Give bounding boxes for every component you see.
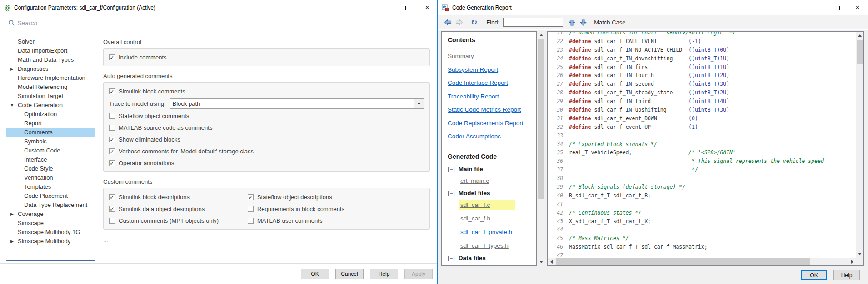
checkbox-matlab-source-code-as-comments[interactable]: [109, 125, 115, 131]
scroll-down-arrow[interactable]: [856, 250, 863, 258]
file-link-sdl-car-f-types-h[interactable]: sdl_car_f_types.h: [459, 241, 511, 251]
tree-item-interface[interactable]: Interface: [6, 155, 95, 164]
checkbox-stateflow-object-descriptions[interactable]: ✓: [248, 194, 254, 200]
tree-item-data-type-replacement[interactable]: Data Type Replacement: [6, 201, 95, 210]
window-title: Configuration Parameters: sdl_car_f/Conf…: [14, 5, 155, 11]
find-previous-button[interactable]: [569, 19, 575, 26]
file-link-sdl-car-f-h[interactable]: sdl_car_f.h: [459, 214, 493, 224]
scrollbar-thumb[interactable]: [857, 40, 863, 64]
tree-item-solver[interactable]: Solver: [6, 37, 95, 46]
collapse-expander-icon[interactable]: [−]: [448, 255, 455, 261]
scrollbar-thumb[interactable]: [556, 258, 810, 265]
checkbox-operator-annotations[interactable]: ✓: [109, 160, 115, 166]
back-button[interactable]: [444, 19, 452, 26]
contents-link-code-replacements-report[interactable]: Code Replacements Report: [448, 119, 524, 127]
minimize-button[interactable]: [808, 0, 828, 15]
tree-item-symbols[interactable]: Symbols: [6, 137, 95, 146]
checkbox-requirements-in-block-comments[interactable]: [248, 206, 254, 212]
tree-item-code-style[interactable]: Code Style: [6, 164, 95, 173]
search-input[interactable]: [17, 18, 433, 28]
file-link-sdl-car-f-private-h[interactable]: sdl_car_f_private.h: [459, 227, 515, 237]
tree-item-model-referencing[interactable]: Model Referencing: [6, 83, 95, 92]
checkbox-show-eliminated-blocks[interactable]: ✓: [109, 137, 115, 142]
tree-item-label: Templates: [24, 182, 51, 191]
contents-link-coder-assumptions[interactable]: Coder Assumptions: [448, 132, 501, 141]
forward-button[interactable]: [455, 19, 464, 26]
ok-button-report[interactable]: OK: [801, 270, 827, 280]
find-input[interactable]: [503, 18, 563, 27]
code-segment: /* Block signals (default storage) */: [569, 184, 685, 190]
contents-link-traceability-report[interactable]: Traceability Report: [448, 92, 499, 101]
checkbox-simulink-data-object-descriptions[interactable]: ✓: [109, 206, 115, 212]
file-link-sdl-car-f-c[interactable]: sdl_car_f.c: [459, 200, 515, 210]
trace-to-model-combobox[interactable]: Block path: [170, 98, 424, 109]
code-vertical-scrollbar[interactable]: [856, 32, 863, 258]
tree-item-simscape-multibody[interactable]: ▶Simscape Multibody: [6, 237, 95, 246]
maximize-button[interactable]: [397, 0, 417, 15]
chevron-down-icon[interactable]: [414, 99, 424, 108]
match-case-option[interactable]: Match Case: [594, 19, 625, 26]
navigation-scrollbar[interactable]: [538, 31, 545, 266]
tree-item-math-and-data-types[interactable]: Math and Data Types: [6, 55, 95, 64]
chevron-collapsed-icon[interactable]: ▶: [9, 237, 15, 246]
scroll-up-arrow[interactable]: [538, 31, 545, 39]
contents-link-summary[interactable]: Summary: [448, 52, 474, 60]
contents-link-static-code-metrics-report[interactable]: Static Code Metrics Report: [448, 105, 521, 114]
refresh-button[interactable]: ↻: [471, 18, 477, 27]
tree-item-code-generation[interactable]: ▼Code Generation: [6, 101, 95, 110]
find-next-button[interactable]: [580, 19, 587, 26]
close-button[interactable]: ×: [848, 0, 868, 15]
tree-item-data-import-export[interactable]: Data Import/Export: [6, 46, 95, 55]
chevron-expanded-icon[interactable]: ▼: [9, 101, 15, 110]
checkbox-label: Simulink block comments: [119, 88, 185, 95]
collapse-expander-icon[interactable]: [−]: [448, 190, 455, 196]
scroll-left-arrow[interactable]: [548, 258, 555, 265]
cancel-button[interactable]: Cancel: [335, 269, 364, 279]
tree-item-verification[interactable]: Verification: [6, 173, 95, 182]
scroll-right-arrow[interactable]: [848, 258, 856, 265]
tree-item-hardware-implementation[interactable]: Hardware Implementation: [6, 73, 95, 83]
file-link-ert-main-c[interactable]: ert_main.c: [459, 176, 492, 186]
code-trace-link[interactable]: <Root>/Shift Logic: [667, 32, 723, 36]
tree-item-simulation-target[interactable]: Simulation Target: [6, 92, 95, 101]
chevron-collapsed-icon[interactable]: ▶: [9, 210, 15, 219]
checkbox-verbose-comments-for-model-default-storage-class[interactable]: ✓: [109, 148, 115, 154]
tree-item-report[interactable]: Report: [6, 119, 95, 128]
tree-item-diagnostics[interactable]: ▶Diagnostics: [6, 64, 95, 73]
scroll-down-arrow[interactable]: [538, 258, 545, 266]
title-bar[interactable]: Code Generation Report ×: [438, 0, 868, 15]
apply-button[interactable]: Apply: [404, 269, 433, 279]
tree-item-simscape[interactable]: Simscape: [6, 219, 95, 228]
tree-item-label: Verification: [24, 173, 53, 182]
contents-link-code-interface-report[interactable]: Code Interface Report: [448, 78, 508, 87]
chevron-collapsed-icon[interactable]: ▶: [9, 64, 15, 73]
code-horizontal-scrollbar[interactable]: [548, 258, 856, 265]
help-button-report[interactable]: Help: [833, 270, 860, 280]
tree-item-custom-code[interactable]: Custom Code: [6, 146, 95, 155]
minimize-button[interactable]: [377, 0, 397, 15]
checkbox-stateflow-object-comments[interactable]: [109, 113, 115, 119]
tree-item-simscape-multibody-1g[interactable]: Simscape Multibody 1G: [6, 228, 95, 237]
checkbox-custom-comments-mpt-objects-only[interactable]: [109, 218, 115, 224]
title-bar[interactable]: Configuration Parameters: sdl_car_f/Conf…: [0, 0, 437, 15]
line-number: 21: [552, 32, 563, 37]
help-button[interactable]: Help: [370, 269, 398, 279]
checkbox-simulink-block-comments[interactable]: ✓: [109, 88, 115, 94]
checkbox-simulink-block-descriptions[interactable]: ✓: [109, 194, 115, 200]
tree-item-optimization[interactable]: Optimization: [6, 110, 95, 119]
scrollbar-thumb[interactable]: [538, 39, 544, 199]
tree-item-templates[interactable]: Templates: [6, 182, 95, 191]
collapse-expander-icon[interactable]: [−]: [448, 166, 455, 172]
close-button[interactable]: ×: [417, 0, 437, 15]
checkbox-include-comments[interactable]: ✓: [109, 54, 115, 60]
ok-button[interactable]: OK: [301, 269, 329, 279]
code-trace-link[interactable]: <S28>/GAIN: [701, 149, 733, 156]
tree-item-code-placement[interactable]: Code Placement: [6, 191, 95, 201]
contents-link-subsystem-report[interactable]: Subsystem Report: [448, 65, 498, 74]
scroll-up-arrow[interactable]: [856, 32, 863, 39]
tree-item-coverage[interactable]: ▶Coverage: [6, 210, 95, 219]
maximize-button[interactable]: [828, 0, 848, 15]
more-options-ellipsis[interactable]: ...: [103, 237, 430, 244]
checkbox-matlab-user-comments[interactable]: [248, 218, 254, 224]
tree-item-comments[interactable]: Comments: [6, 128, 95, 137]
